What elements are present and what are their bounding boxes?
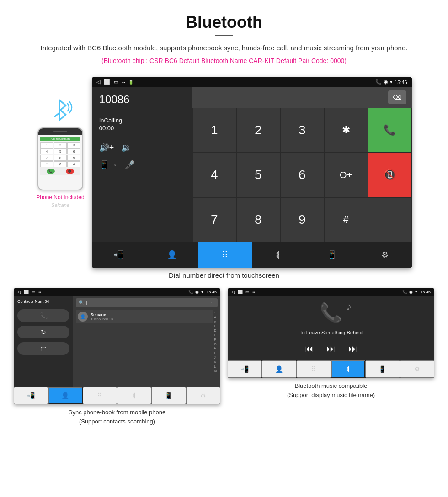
phone-dial-key-0[interactable]: 0 <box>54 161 67 167</box>
nav-contacts[interactable]: 👤 <box>145 242 198 268</box>
volume-down-icon[interactable]: 🔉 <box>121 143 131 153</box>
pb-location-icon: ◉ <box>195 290 199 294</box>
pb-search-input[interactable]: | <box>86 301 208 305</box>
pb-delete-btn[interactable]: 🗑 <box>17 342 69 355</box>
music-back-icon: ◁ <box>231 290 235 294</box>
dial-key-3[interactable]: 3 <box>280 108 324 153</box>
phone-dial-key-1[interactable]: 1 <box>40 142 53 148</box>
pb-contact-number: 10655059113 <box>91 317 113 321</box>
pb-avatar: 👤 <box>78 312 88 322</box>
volume-up-icon[interactable]: 🔊+ <box>99 143 114 153</box>
dial-key-star[interactable]: ✱ <box>324 108 368 153</box>
main-caption: Dial number direct from touchscreen <box>0 271 448 279</box>
pb-time: 15:45 <box>206 290 217 294</box>
phonebook-screen: ◁ ⬜ ▭ ▪▪ 📞 ◉ ▾ 15:45 Contacts Num:54 📞 <box>14 288 220 404</box>
pb-backspace-icon[interactable]: ← <box>210 300 215 305</box>
bottom-row: ◁ ⬜ ▭ ▪▪ 📞 ◉ ▾ 15:45 Contacts Num:54 📞 <box>0 288 448 426</box>
backspace-button[interactable]: ⌫ <box>388 90 406 104</box>
home-nav-icon[interactable]: ⬜ <box>104 79 110 85</box>
music-nav-contacts[interactable]: 👤 <box>262 360 296 378</box>
phone-dial-key-8[interactable]: 8 <box>54 155 67 161</box>
volume-row: 🔊+ 🔉 <box>99 143 185 153</box>
pb-nav-dialpad[interactable]: ⠿ <box>83 387 117 404</box>
nav-bluetooth[interactable] <box>252 242 305 268</box>
back-nav-icon[interactable]: ◁ <box>96 79 100 85</box>
signal-icon: ▪▪ <box>122 80 125 85</box>
phone-dial-key-3[interactable]: 3 <box>67 142 80 148</box>
status-time: 15:46 <box>395 79 407 85</box>
dial-right-panel: ⌫ 1 2 3 ✱ 📞 4 5 6 O+ 📵 7 8 <box>192 87 412 242</box>
music-nav-bt[interactable] <box>331 360 365 378</box>
prev-button[interactable]: ⏮ <box>304 344 314 354</box>
dial-key-2[interactable]: 2 <box>236 108 280 153</box>
hangup-button[interactable]: 📵 <box>368 153 412 197</box>
nav-dialpad[interactable]: ⠿ <box>198 242 252 268</box>
microphone-btn[interactable]: 🎤 <box>125 160 135 170</box>
phone-not-included: Phone Not Included <box>36 194 84 201</box>
phone-dial-key-5[interactable]: 5 <box>54 148 67 154</box>
pb-refresh-btn[interactable]: ↻ <box>17 326 69 338</box>
phone-transfer-btn[interactable]: 📱→ <box>99 160 117 170</box>
dial-key-hash[interactable]: # <box>324 197 368 242</box>
phone-dial-key-star[interactable]: * <box>40 161 53 167</box>
music-song-title: To Leave Something Behind <box>299 330 363 335</box>
music-phone-call-icon: 📞 <box>320 302 342 323</box>
nav-phone-transfer[interactable]: 📲 <box>92 242 145 268</box>
phone-status-icon: 📞 <box>375 79 382 85</box>
dial-key-0plus[interactable]: O+ <box>324 153 368 197</box>
dial-key-5[interactable]: 5 <box>236 153 280 197</box>
pb-call-btn[interactable]: 📞 <box>17 309 69 322</box>
phone-dial-key-2[interactable]: 2 <box>54 142 67 148</box>
dial-left-panel: 10086 InCalling... 00:00 🔊+ 🔉 📱→ 🎤 <box>92 87 192 242</box>
phone-dial-key-9[interactable]: 9 <box>67 155 80 161</box>
pb-status-left: ◁ ⬜ ▭ ▪▪ <box>17 290 41 294</box>
music-nav-dialpad[interactable]: ⠿ <box>297 360 331 378</box>
music-caption: Bluetooth music compatible (Support disp… <box>287 381 375 399</box>
recent-nav-icon[interactable]: ▭ <box>114 79 118 85</box>
phone-dial-key-hash[interactable]: # <box>67 161 80 167</box>
pb-contact-item[interactable]: 👤 Seicane 10655059113 <box>76 310 213 323</box>
dialpad-nav-icon: ⠿ <box>222 249 229 260</box>
phone-end-btn[interactable]: 📵 <box>66 169 74 174</box>
phone-dial-key-4[interactable]: 4 <box>40 148 53 154</box>
main-screenshot-row: Add to Contacts 1 2 3 4 5 6 7 8 9 * 0 # <box>0 77 448 268</box>
dial-key-6[interactable]: 6 <box>280 153 324 197</box>
pb-home-icon: ⬜ <box>24 290 29 294</box>
phone-mockup: Add to Contacts 1 2 3 4 5 6 7 8 9 * 0 # <box>37 127 83 190</box>
dial-input-row: ⌫ <box>192 87 412 108</box>
music-phone-icon: 📞 <box>402 290 407 294</box>
dial-key-9[interactable]: 9 <box>280 197 324 242</box>
dial-key-1[interactable]: 1 <box>192 108 236 153</box>
phone-bottom-row: 📞 📵 <box>40 167 80 175</box>
dial-key-8[interactable]: 8 <box>236 197 280 242</box>
pb-contacts-list: 👤 Seicane 10655059113 <box>76 310 213 374</box>
pb-nav-bt[interactable] <box>117 387 151 404</box>
music-recent-icon: ▭ <box>245 290 250 294</box>
music-nav-settings[interactable]: ⚙ <box>400 360 434 378</box>
nav-settings[interactable]: ⚙ <box>358 242 412 268</box>
phone-dial-key-6[interactable]: 6 <box>67 148 80 154</box>
pb-nav-phone[interactable]: 📲 <box>14 387 48 404</box>
music-nav-phone[interactable]: 📲 <box>228 360 262 378</box>
pb-nav-settings[interactable]: ⚙ <box>186 387 220 404</box>
music-status-right: 📞 ◉ ▾ 15:46 <box>402 290 431 294</box>
dial-key-7[interactable]: 7 <box>192 197 236 242</box>
pb-nav-contacts[interactable]: 👤 <box>48 387 82 404</box>
play-pause-button[interactable]: ⏭ <box>326 344 336 354</box>
pb-nav-bar: 📲 👤 ⠿ 📱 ⚙ <box>14 387 220 404</box>
pb-body: Contacts Num:54 📞 ↻ 🗑 🔍 | ← <box>14 296 220 387</box>
pb-status-right: 📞 ◉ ▾ 15:45 <box>188 290 217 294</box>
music-time: 15:46 <box>420 290 431 294</box>
music-status-bar: ◁ ⬜ ▭ ▪▪ 📞 ◉ ▾ 15:46 <box>228 288 434 296</box>
music-nav-switch[interactable]: 📱 <box>365 360 400 378</box>
phone-call-btn[interactable]: 📞 <box>47 169 55 174</box>
call-button[interactable]: 📞 <box>368 108 412 153</box>
next-button[interactable]: ⏭ <box>348 344 357 354</box>
pb-nav-switch[interactable]: 📱 <box>151 387 186 404</box>
car-dial-body: 10086 InCalling... 00:00 🔊+ 🔉 📱→ 🎤 ⌫ <box>92 87 412 242</box>
phone-speaker <box>53 131 67 132</box>
contacts-nav-icon: 👤 <box>167 250 177 260</box>
phone-dial-key-7[interactable]: 7 <box>40 155 53 161</box>
nav-phone-switch[interactable]: 📱 <box>305 242 358 268</box>
dial-key-4[interactable]: 4 <box>192 153 236 197</box>
